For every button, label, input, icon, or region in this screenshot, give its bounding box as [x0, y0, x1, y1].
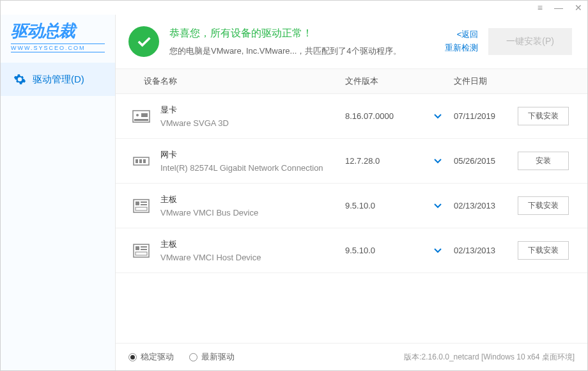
version-info: 版本:2.16.0.0_netcard [Windows 10 x64 桌面环境… [404, 352, 575, 363]
close-icon[interactable]: ✕ [575, 3, 582, 13]
sidebar: 驱动总裁 WWW.SYSCEO.COM 驱动管理(D) [1, 15, 116, 370]
svg-rect-5 [135, 159, 138, 163]
svg-rect-10 [141, 201, 147, 203]
radio-icon [128, 353, 137, 361]
action-button[interactable]: 安装 [518, 152, 569, 170]
device-icon [131, 154, 151, 169]
logo-subtitle: WWW.SYSCEO.COM [11, 43, 105, 52]
svg-rect-14 [135, 246, 139, 250]
svg-rect-17 [135, 252, 147, 255]
nav-driver-management[interactable]: 驱动管理(D) [1, 63, 115, 96]
svg-rect-7 [143, 159, 146, 163]
svg-rect-3 [134, 119, 148, 121]
recheck-link[interactable]: 重新检测 [445, 42, 478, 55]
main-panel: 恭喜您，所有设备的驱动正常！ 您的电脑是VMware, Inc.VMware..… [116, 15, 587, 370]
action-button[interactable]: 下载安装 [518, 107, 569, 125]
device-desc: VMware SVGA 3D [160, 118, 345, 128]
expand-icon[interactable] [422, 201, 454, 210]
device-icon [131, 198, 151, 214]
radio-icon [189, 353, 197, 361]
radio-stable[interactable]: 稳定驱动 [128, 351, 174, 363]
expand-icon[interactable] [422, 111, 454, 121]
device-row: 主板 VMware VMCI Host Device 9.5.10.0 02/1… [116, 228, 587, 273]
checkmark-icon [128, 26, 159, 57]
svg-rect-16 [141, 249, 147, 250]
device-version: 9.5.10.0 [345, 246, 422, 255]
device-icon [131, 243, 151, 258]
table-header: 设备名称 文件版本 文件日期 [116, 68, 587, 94]
device-type: 显卡 [160, 104, 345, 116]
device-date: 05/26/2015 [454, 156, 518, 166]
radio-label: 稳定驱动 [141, 351, 174, 363]
svg-point-1 [136, 114, 139, 116]
device-date: 02/13/2013 [454, 201, 518, 210]
svg-rect-15 [141, 246, 147, 248]
minimize-icon[interactable]: — [554, 3, 563, 13]
radio-label: 最新驱动 [201, 351, 235, 363]
expand-icon[interactable] [422, 156, 454, 166]
device-row: 显卡 VMware SVGA 3D 8.16.07.0000 07/11/201… [116, 94, 587, 139]
device-type: 网卡 [160, 149, 345, 161]
col-version: 文件版本 [345, 75, 422, 87]
device-desc: Intel(R) 82574L Gigabit Network Connecti… [160, 163, 345, 173]
svg-rect-2 [141, 113, 148, 117]
svg-rect-9 [135, 201, 139, 205]
device-list: 显卡 VMware SVGA 3D 8.16.07.0000 07/11/201… [116, 94, 587, 343]
col-date: 文件日期 [454, 75, 518, 87]
titlebar: ≡ — ✕ [1, 1, 587, 15]
device-version: 8.16.07.0000 [345, 111, 422, 121]
status-subtitle: 您的电脑是VMware, Inc.VMware...，共匹配到了4个驱动程序。 [169, 45, 435, 57]
device-icon [131, 109, 151, 124]
action-button[interactable]: 下载安装 [518, 196, 569, 215]
logo: 驱动总裁 WWW.SYSCEO.COM [1, 15, 115, 63]
install-all-button[interactable]: 一键安装(P) [488, 28, 572, 55]
svg-rect-11 [141, 204, 147, 205]
col-name: 设备名称 [131, 75, 345, 87]
device-desc: VMware VMCI Host Device [160, 253, 345, 262]
footer: 稳定驱动 最新驱动 版本:2.16.0.0_netcard [Windows 1… [116, 343, 587, 370]
menu-icon[interactable]: ≡ [538, 3, 543, 13]
device-type: 主板 [160, 194, 345, 205]
svg-rect-12 [135, 207, 147, 210]
svg-rect-6 [139, 159, 142, 163]
device-row: 网卡 Intel(R) 82574L Gigabit Network Conne… [116, 139, 587, 184]
device-version: 9.5.10.0 [345, 201, 422, 210]
action-button[interactable]: 下载安装 [518, 241, 569, 260]
device-version: 12.7.28.0 [345, 156, 422, 166]
device-desc: VMware VMCI Bus Device [160, 208, 345, 217]
gear-icon [13, 73, 26, 86]
logo-text: 驱动总裁 [11, 20, 105, 42]
status-header: 恭喜您，所有设备的驱动正常！ 您的电脑是VMware, Inc.VMware..… [116, 15, 587, 68]
back-link[interactable]: <返回 [445, 28, 478, 42]
device-type: 主板 [160, 239, 345, 250]
nav-label: 驱动管理(D) [33, 74, 84, 86]
expand-icon[interactable] [422, 246, 454, 255]
radio-latest[interactable]: 最新驱动 [189, 351, 235, 363]
status-title: 恭喜您，所有设备的驱动正常！ [169, 27, 435, 40]
device-date: 07/11/2019 [454, 111, 518, 121]
device-row: 主板 VMware VMCI Bus Device 9.5.10.0 02/13… [116, 184, 587, 228]
device-date: 02/13/2013 [454, 246, 518, 255]
